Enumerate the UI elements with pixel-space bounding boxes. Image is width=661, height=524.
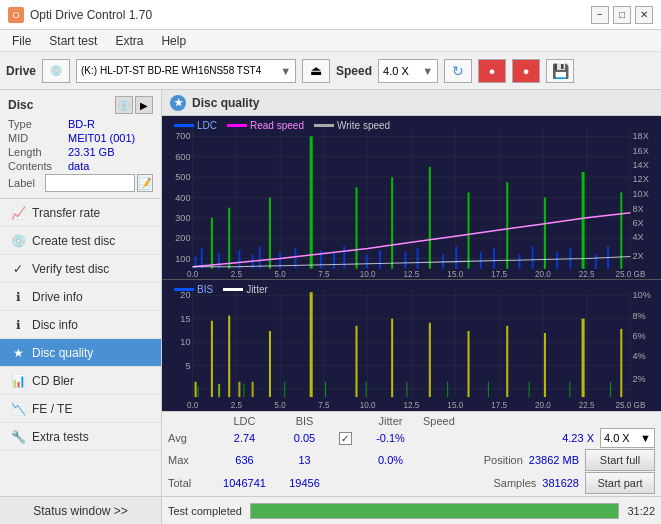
total-bis-value: 19456	[277, 477, 332, 489]
svg-text:300: 300	[175, 213, 190, 223]
stats-col-ldc-header: LDC	[212, 415, 277, 427]
sidebar-item-create-test-disc[interactable]: 💿 Create test disc	[0, 227, 161, 255]
main-area: Disc 💿 ▶ Type BD-R MID MEIT01 (001) Leng…	[0, 90, 661, 524]
speed-area: 4.23 X 4.0 X ▼	[423, 428, 655, 448]
svg-text:10.0: 10.0	[360, 401, 376, 410]
svg-rect-67	[429, 167, 431, 269]
save-button[interactable]: 💾	[546, 59, 574, 83]
svg-text:10.0: 10.0	[360, 270, 376, 279]
maximize-button[interactable]: □	[613, 6, 631, 24]
svg-text:20.0: 20.0	[535, 270, 551, 279]
status-window-button[interactable]: Status window >>	[0, 496, 161, 524]
avg-label: Avg	[168, 432, 212, 444]
disc-header: Disc 💿 ▶	[8, 96, 153, 114]
stats-col-right-header: Speed	[423, 415, 655, 427]
svg-rect-57	[310, 136, 313, 268]
drive-select[interactable]: (K:) HL-DT-ST BD-RE WH16NS58 TST4 ▼	[76, 59, 296, 83]
speed-select[interactable]: 4.0 X ▼	[378, 59, 438, 83]
svg-text:600: 600	[175, 152, 190, 162]
bis-chart-container: BIS Jitter	[162, 280, 661, 411]
svg-text:15.0: 15.0	[447, 401, 463, 410]
charts-area: LDC Read speed Write speed	[162, 116, 661, 411]
svg-text:16X: 16X	[632, 146, 648, 156]
sidebar-item-disc-quality[interactable]: ★ Disc quality	[0, 339, 161, 367]
sidebar-nav: 📈 Transfer rate 💿 Create test disc ✓ Ver…	[0, 199, 161, 496]
disc-icon-1[interactable]: 💿	[115, 96, 133, 114]
sidebar-item-fe-te[interactable]: 📉 FE / TE	[0, 395, 161, 423]
disc-contents-row: Contents data	[8, 160, 153, 172]
fe-te-icon: 📉	[10, 401, 26, 417]
menu-start-test[interactable]: Start test	[41, 32, 105, 50]
minimize-button[interactable]: −	[591, 6, 609, 24]
stats-avg-row: Avg 2.74 0.05 ✓ -0.1% 4.23 X 4.0 X ▼	[168, 428, 655, 448]
svg-text:0.0: 0.0	[187, 401, 199, 410]
svg-rect-75	[532, 246, 534, 268]
refresh-button[interactable]: ↻	[444, 59, 472, 83]
svg-text:2X: 2X	[632, 251, 643, 261]
svg-text:22.5: 22.5	[579, 401, 595, 410]
svg-rect-123	[228, 316, 230, 397]
menu-file[interactable]: File	[4, 32, 39, 50]
drive-icon-button[interactable]: 💿	[42, 59, 70, 83]
disc-mid-label: MID	[8, 132, 68, 144]
menu-extra[interactable]: Extra	[107, 32, 151, 50]
svg-rect-62	[366, 254, 368, 268]
menu-help[interactable]: Help	[153, 32, 194, 50]
svg-rect-127	[310, 292, 313, 397]
svg-text:25.0 GB: 25.0 GB	[616, 401, 646, 410]
svg-rect-60	[343, 246, 345, 268]
jitter-checkbox[interactable]: ✓	[339, 432, 352, 445]
titlebar-left: O Opti Drive Control 1.70	[8, 7, 152, 23]
settings-button1[interactable]: ●	[478, 59, 506, 83]
sidebar-item-transfer-rate[interactable]: 📈 Transfer rate	[0, 199, 161, 227]
disc-quality-icon: ★	[10, 345, 26, 361]
titlebar: O Opti Drive Control 1.70 − □ ✕	[0, 0, 661, 30]
svg-rect-130	[429, 323, 431, 397]
sidebar-item-drive-info[interactable]: ℹ Drive info	[0, 283, 161, 311]
start-full-button[interactable]: Start full	[585, 449, 655, 471]
svg-text:7.5: 7.5	[318, 270, 330, 279]
svg-text:5.0: 5.0	[274, 270, 286, 279]
max-bis-value: 13	[277, 454, 332, 466]
disc-contents-label: Contents	[8, 160, 68, 172]
svg-text:12X: 12X	[632, 174, 648, 184]
disc-label-input[interactable]	[45, 174, 135, 192]
stats-header-row: LDC BIS Jitter Speed	[168, 415, 655, 427]
start-part-button[interactable]: Start part	[585, 472, 655, 494]
disc-mid-value: MEIT01 (001)	[68, 132, 135, 144]
content-area: ★ Disc quality LDC Read speed	[162, 90, 661, 524]
close-button[interactable]: ✕	[635, 6, 653, 24]
svg-rect-146	[569, 382, 570, 397]
svg-rect-48	[211, 218, 213, 269]
disc-label-button[interactable]: 📝	[137, 174, 153, 192]
svg-rect-144	[488, 382, 489, 397]
disc-icon-2[interactable]: ▶	[135, 96, 153, 114]
sidebar-item-disc-info[interactable]: ℹ Disc info	[0, 311, 161, 339]
svg-rect-126	[269, 331, 271, 397]
stats-area: LDC BIS Jitter Speed Avg 2.74 0.05 ✓ -0.…	[162, 411, 661, 496]
settings-button2[interactable]: ●	[512, 59, 540, 83]
max-ldc-value: 636	[212, 454, 277, 466]
svg-rect-70	[468, 192, 470, 268]
sidebar-item-verify-test-disc[interactable]: ✓ Verify test disc	[0, 255, 161, 283]
svg-rect-51	[238, 250, 240, 268]
write-speed-legend-color	[314, 124, 334, 127]
sidebar-item-label: Extra tests	[32, 430, 89, 444]
svg-rect-65	[404, 252, 406, 268]
sidebar-item-extra-tests[interactable]: 🔧 Extra tests	[0, 423, 161, 451]
speed-select-dropdown[interactable]: 4.0 X ▼	[600, 428, 655, 448]
avg-ldc-value: 2.74	[212, 432, 277, 444]
sidebar-item-cd-bler[interactable]: 📊 CD Bler	[0, 367, 161, 395]
svg-rect-138	[243, 384, 244, 397]
disc-quality-header: ★ Disc quality	[162, 90, 661, 116]
jitter-legend-color	[223, 288, 243, 291]
max-jitter-value: 0.0%	[358, 454, 423, 466]
svg-text:6X: 6X	[632, 218, 643, 228]
disc-section: Disc 💿 ▶ Type BD-R MID MEIT01 (001) Leng…	[0, 90, 161, 199]
progress-bar-container	[250, 503, 619, 519]
eject-button[interactable]: ⏏	[302, 59, 330, 83]
titlebar-controls: − □ ✕	[591, 6, 653, 24]
svg-rect-143	[447, 382, 448, 397]
svg-rect-139	[284, 382, 285, 397]
svg-text:4X: 4X	[632, 232, 643, 242]
